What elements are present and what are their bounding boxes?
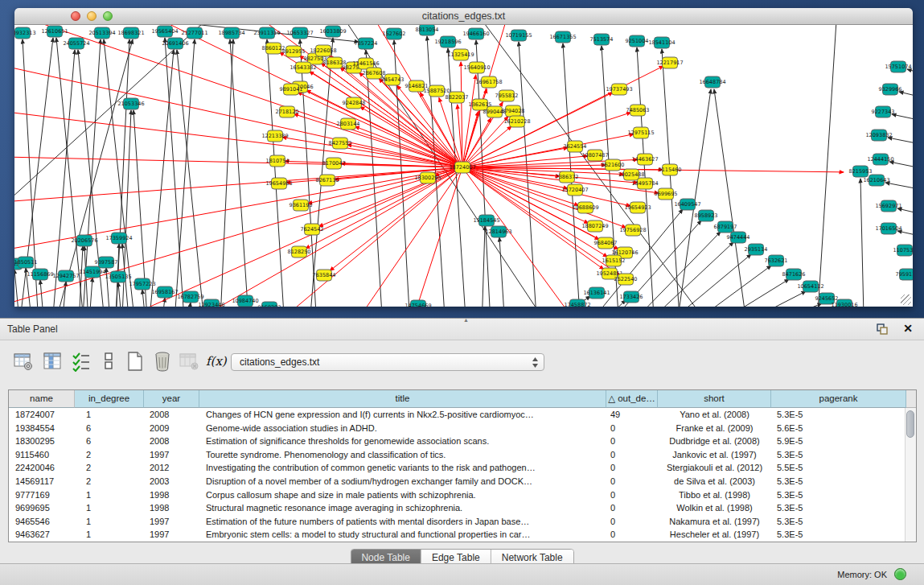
table-cell[interactable]: Corpus callosum shape and size in male p… [199,488,606,502]
graph-edge[interactable] [888,138,913,150]
float-panel-icon[interactable] [876,323,889,336]
table-cell[interactable]: 1998 [144,488,199,502]
table-cell[interactable]: Nakamura et al. (1997) [658,515,771,529]
table-row[interactable]: 946362711997Embryonic stem cells: a mode… [9,528,906,542]
table-row[interactable]: 969969511998Structural magnetic resonanc… [9,501,906,515]
graph-edge[interactable] [662,49,682,307]
graph-edge[interactable] [673,279,789,307]
table-cell[interactable]: Structural magnetic resonance image aver… [199,501,606,515]
table-row[interactable]: 1830029562008Estimation of significance … [9,435,906,448]
table-row[interactable]: 946554611997Estimation of the future num… [9,515,906,529]
graph-edge[interactable] [462,148,568,167]
table-cell[interactable]: 1 [75,408,144,422]
select-rows-icon[interactable] [71,351,92,372]
close-panel-icon[interactable]: ✕ [903,322,913,335]
table-cell[interactable]: Disruption of a novel member of a sodium… [199,475,606,488]
column-header-short[interactable]: short [658,390,771,408]
graph-edge[interactable] [706,303,822,307]
graph-edge[interactable] [165,38,187,307]
graph-edge[interactable] [897,208,913,220]
table-cell[interactable]: 9465546 [9,515,75,529]
table-cell[interactable]: 49 [606,408,658,422]
table-cell[interactable]: 1997 [144,528,199,542]
table-cell[interactable]: 1 [75,488,144,502]
table-cell[interactable]: 2008 [144,435,199,448]
panel-format-icon[interactable] [98,351,119,372]
table-cell[interactable]: 18300295 [9,435,75,448]
table-row[interactable]: 977716911998Corpus callosum shape and si… [9,488,906,502]
column-header-pagerank[interactable]: pagerank [771,390,906,408]
table-cell[interactable]: 0 [606,501,658,515]
graph-edge[interactable] [56,38,87,307]
table-cell[interactable]: 1 [75,501,144,515]
table-cell[interactable]: 2 [75,461,144,475]
graph-edge[interactable] [183,303,191,307]
new-table-icon[interactable] [125,351,146,372]
table-cell[interactable]: 22420046 [9,461,75,475]
table-cell[interactable]: Franke et al. (2009) [658,422,771,435]
select-columns-icon[interactable] [42,351,63,372]
table-cell[interactable]: Wolkin et al. (1998) [658,501,771,515]
table-cell[interactable]: Stergiakouli et al. (2012) [658,461,771,475]
table-cell[interactable]: 2 [75,448,144,462]
table-row[interactable]: 2242004622012Investigating the contribut… [9,461,906,475]
table-cell[interactable]: 2008 [144,408,199,422]
graph-edge[interactable] [860,179,864,307]
column-header-out_de[interactable]: △ out_de… [606,390,658,408]
table-cell[interactable]: 0 [606,461,658,475]
graph-edge[interactable] [815,25,836,307]
table-selector-dropdown[interactable]: citations_edges.txt [231,353,544,371]
table-cell[interactable]: Jankovic et al. (1997) [658,448,771,462]
table-cell[interactable]: 6 [75,435,144,448]
table-cell[interactable]: 0 [606,435,658,448]
table-cell[interactable]: Dudbridge et al. (2008) [658,435,771,448]
graph-edge[interactable] [300,39,318,307]
graph-edge[interactable] [360,107,462,167]
graph-edge[interactable] [14,98,462,167]
table-cell[interactable]: 2009 [144,422,199,435]
table-cell[interactable]: Investigating the contribution of common… [199,461,606,475]
table-cell[interactable]: Changes of HCN gene expression and I(f) … [199,408,606,422]
table-cell[interactable]: 18724007 [9,408,75,422]
function-builder-icon[interactable]: f(x) [206,354,227,375]
table-cell[interactable]: 1997 [144,515,199,529]
network-canvas[interactable]: 2093231312610651240557242051339418698321… [14,25,913,307]
table-cell[interactable]: Estimation of significance thresholds fo… [199,435,606,448]
table-row[interactable]: 1872400712008Changes of HCN gene express… [9,408,906,422]
table-cell[interactable]: 0 [606,422,658,435]
column-header-name[interactable]: name [9,390,75,408]
panel-resize-handle[interactable]: ▲ [462,318,470,323]
table-cell[interactable]: 0 [606,528,658,542]
graph-edge[interactable] [50,50,75,307]
graph-edge[interactable] [897,231,913,242]
graph-edge[interactable] [172,39,195,307]
table-cell[interactable]: 2 [75,475,144,488]
column-header-in_degree[interactable]: in_degree [75,390,144,408]
table-cell[interactable]: 0 [606,515,658,529]
table-cell[interactable]: 1 [75,528,144,542]
graph-edge[interactable] [133,110,150,307]
graph-edge[interactable] [14,51,462,167]
table-row[interactable]: 1938455462009Genome-wide association stu… [9,422,906,435]
table-cell[interactable]: 5.3E-5 [771,528,906,542]
table-cell[interactable]: Hescheler et al. (1997) [658,528,771,542]
table-cell[interactable]: 5.3E-5 [771,501,906,515]
window-resize-grip[interactable] [901,295,911,305]
table-cell[interactable]: 1 [75,515,144,529]
table-cell[interactable]: 0 [606,448,658,462]
table-scrollbar[interactable] [905,408,916,542]
table-cell[interactable]: 1997 [144,448,199,462]
graph-edge[interactable] [219,39,233,307]
delete-table-icon[interactable] [152,351,173,372]
graph-edge[interactable] [499,237,507,307]
table-cell[interactable]: 2003 [144,475,199,488]
table-cell[interactable]: 5.3E-5 [771,408,906,422]
table-cell[interactable]: 19384554 [9,422,75,435]
graph-edge[interactable] [892,114,913,126]
table-cell[interactable]: Genome-wide association studies in ADHD. [199,422,606,435]
table-cell[interactable]: 0 [606,475,658,488]
table-cell[interactable]: Estimation of the future numbers of pati… [199,515,606,529]
table-cell[interactable]: 9463627 [9,528,75,542]
table-cell[interactable]: 5.3E-5 [771,515,906,529]
table-cell[interactable]: 5.3E-5 [771,475,906,488]
